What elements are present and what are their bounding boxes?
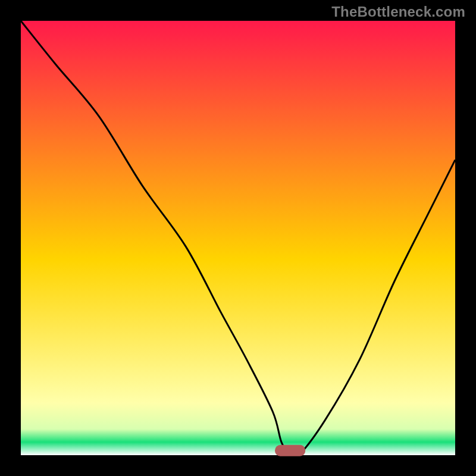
plot-background — [21, 21, 455, 455]
watermark-text: TheBottleneck.com — [331, 4, 465, 20]
optimal-marker — [275, 445, 305, 456]
chart-frame: { "watermark": "TheBottleneck.com", "col… — [0, 0, 476, 476]
bottleneck-chart — [0, 0, 476, 476]
